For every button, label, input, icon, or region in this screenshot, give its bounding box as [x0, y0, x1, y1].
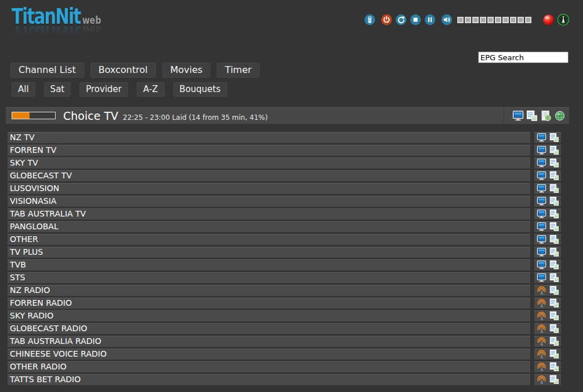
epg-icon[interactable]: [549, 209, 559, 219]
divider: [504, 107, 504, 124]
epg-icon[interactable]: [549, 196, 559, 206]
current-program-info: 22:25 - 23:00 Laid (14 from 35 min, 41%): [123, 113, 268, 122]
filter-bouquets[interactable]: Bouquets: [173, 82, 227, 97]
channel-name[interactable]: LUSOVISION: [8, 183, 530, 194]
radio-icon[interactable]: [537, 311, 546, 321]
channel-name[interactable]: TATTS BET RADIO: [8, 374, 530, 385]
volume-segment[interactable]: [495, 17, 501, 23]
tab-timer[interactable]: Timer: [217, 63, 260, 78]
epg-icon[interactable]: [549, 184, 559, 193]
channel-name[interactable]: GLOBECAST RADIO: [8, 323, 530, 334]
power-icon[interactable]: [381, 14, 392, 25]
epg-icon[interactable]: [549, 260, 559, 270]
epg-icon[interactable]: [549, 362, 559, 372]
channel-name[interactable]: TAB AUSTRALIA RADIO: [8, 336, 530, 347]
epg-icon[interactable]: [549, 247, 559, 257]
channel-name[interactable]: NZ TV: [8, 132, 530, 143]
top-control-bar: [364, 13, 570, 26]
screenshot-icon[interactable]: [512, 110, 524, 122]
tv-icon[interactable]: [537, 171, 546, 181]
volume-level-strip[interactable]: [456, 17, 531, 23]
filter-sat[interactable]: Sat: [44, 82, 71, 97]
channel-name[interactable]: STS: [8, 272, 530, 283]
pause-icon[interactable]: [424, 14, 436, 25]
volume-segment[interactable]: [457, 17, 464, 23]
channel-name[interactable]: TVB: [8, 259, 530, 270]
volume-segment[interactable]: [465, 17, 471, 23]
volume-segment[interactable]: [487, 17, 494, 23]
tab-boxcontrol[interactable]: Boxcontrol: [90, 63, 156, 78]
channel-name[interactable]: FORREN RADIO: [8, 298, 530, 309]
tab-channel-list[interactable]: Channel List: [10, 63, 84, 78]
channel-row-actions: [534, 196, 561, 207]
titannit-web-app: TitanNit web TitanNit web: [0, 0, 583, 392]
channel-name[interactable]: TV PLUS: [8, 247, 530, 258]
epg-icon[interactable]: [549, 285, 559, 295]
radio-icon[interactable]: [537, 362, 546, 372]
epg-icon[interactable]: [549, 349, 559, 359]
stop-icon[interactable]: [410, 14, 421, 25]
tv-icon[interactable]: [537, 235, 546, 244]
tv-icon[interactable]: [537, 145, 546, 155]
volume-segment[interactable]: [502, 17, 509, 23]
channel-name[interactable]: SKY TV: [8, 157, 530, 168]
tab-movies[interactable]: Movies: [162, 63, 211, 78]
channel-name[interactable]: GLOBECAST TV: [8, 170, 530, 181]
epg-icon[interactable]: [549, 324, 559, 334]
epg-icon[interactable]: [549, 336, 559, 346]
webtv-icon[interactable]: [540, 110, 552, 122]
channel-row: GLOBECAST RADIO: [8, 323, 561, 334]
epg-icon[interactable]: [549, 375, 559, 384]
volume-segment[interactable]: [525, 17, 531, 23]
epg-icon[interactable]: [549, 171, 559, 181]
filter-provider[interactable]: Provider: [79, 82, 128, 97]
radio-icon[interactable]: [537, 298, 546, 308]
tv-icon[interactable]: [537, 273, 546, 283]
channel-row: TAB AUSTRALIA TV: [8, 208, 561, 219]
channel-row-actions: [534, 234, 561, 245]
radio-icon[interactable]: [537, 285, 546, 295]
tv-icon[interactable]: [537, 247, 546, 257]
tv-icon[interactable]: [537, 222, 546, 232]
volume-segment[interactable]: [472, 17, 479, 23]
tv-icon[interactable]: [537, 209, 546, 219]
volume-segment[interactable]: [518, 17, 524, 23]
volume-icon[interactable]: [441, 14, 453, 25]
radio-icon[interactable]: [537, 349, 546, 359]
radio-icon[interactable]: [537, 336, 546, 346]
epg-icon[interactable]: [549, 145, 559, 155]
tv-icon[interactable]: [537, 260, 546, 270]
restart-icon[interactable]: [395, 14, 407, 25]
epg-icon[interactable]: [549, 222, 559, 232]
epg-list-icon[interactable]: [526, 110, 538, 122]
tv-icon[interactable]: [537, 158, 546, 168]
stream-globe-icon[interactable]: [554, 110, 566, 122]
channel-name[interactable]: OTHER: [8, 234, 530, 245]
epg-icon[interactable]: [549, 273, 559, 283]
stream-icon[interactable]: [557, 13, 570, 26]
channel-name[interactable]: NZ RADIO: [8, 285, 530, 296]
remote-icon[interactable]: [364, 14, 376, 25]
tv-icon[interactable]: [537, 133, 546, 142]
tv-icon[interactable]: [537, 184, 546, 193]
channel-name[interactable]: VISIONASIA: [8, 196, 530, 207]
channel-name[interactable]: PANGLOBAL: [8, 221, 530, 232]
epg-icon[interactable]: [549, 311, 559, 321]
radio-icon[interactable]: [537, 324, 546, 334]
filter-all[interactable]: All: [12, 82, 35, 97]
channel-name[interactable]: FORREN TV: [8, 145, 530, 156]
channel-name[interactable]: SKY RADIO: [8, 310, 530, 321]
channel-name[interactable]: OTHER RADIO: [8, 361, 530, 372]
epg-icon[interactable]: [549, 235, 559, 244]
channel-name[interactable]: TAB AUSTRALIA TV: [8, 208, 530, 219]
volume-segment[interactable]: [480, 17, 486, 23]
epg-icon[interactable]: [549, 158, 559, 168]
epg-icon[interactable]: [549, 298, 559, 308]
channel-name[interactable]: CHINEESE VOICE RADIO: [8, 349, 530, 360]
epg-icon[interactable]: [549, 133, 559, 142]
filter-a-z[interactable]: A-Z: [137, 82, 165, 97]
epg-search-input[interactable]: [478, 52, 569, 63]
volume-segment[interactable]: [510, 17, 516, 23]
radio-icon[interactable]: [537, 375, 546, 384]
tv-icon[interactable]: [537, 196, 546, 206]
